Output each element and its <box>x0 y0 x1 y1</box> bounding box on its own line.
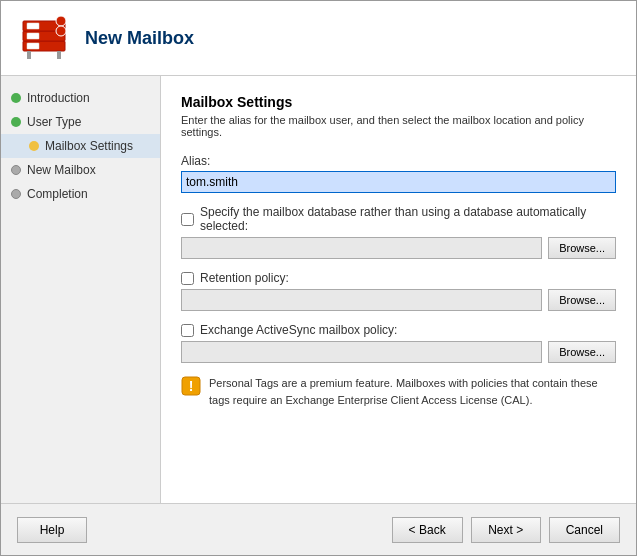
database-input[interactable] <box>181 237 542 259</box>
checkbox-retention-label: Retention policy: <box>200 271 289 285</box>
svg-rect-4 <box>27 33 39 39</box>
activesync-input[interactable] <box>181 341 542 363</box>
checkbox-retention[interactable] <box>181 272 194 285</box>
next-button[interactable]: Next > <box>471 517 541 543</box>
info-message: Personal Tags are a premium feature. Mai… <box>209 375 616 408</box>
checkbox-activesync[interactable] <box>181 324 194 337</box>
footer-right: < Back Next > Cancel <box>392 517 620 543</box>
cancel-button[interactable]: Cancel <box>549 517 620 543</box>
nav-dot-introduction <box>11 93 21 103</box>
warning-icon: ! <box>181 376 201 396</box>
svg-rect-5 <box>27 23 39 29</box>
checkbox-row-1: Specify the mailbox database rather than… <box>181 205 616 233</box>
dialog-window: New Mailbox Introduction User Type Mailb… <box>0 0 637 556</box>
browse-row-1: Browse... <box>181 237 616 259</box>
svg-rect-3 <box>27 43 39 49</box>
section-title: Mailbox Settings <box>181 94 616 110</box>
sidebar-item-user-type[interactable]: User Type <box>1 110 160 134</box>
svg-text:!: ! <box>189 378 194 394</box>
alias-input[interactable] <box>181 171 616 193</box>
sidebar-item-mailbox-settings[interactable]: Mailbox Settings <box>1 134 160 158</box>
dialog-footer: Help < Back Next > Cancel <box>1 503 636 555</box>
checkbox-row-3: Exchange ActiveSync mailbox policy: <box>181 323 616 337</box>
svg-rect-9 <box>57 51 61 59</box>
sidebar-item-completion[interactable]: Completion <box>1 182 160 206</box>
nav-dot-new-mailbox <box>11 165 21 175</box>
nav-label-user-type: User Type <box>27 115 81 129</box>
checkbox-row-2: Retention policy: <box>181 271 616 285</box>
browse-retention-button[interactable]: Browse... <box>548 289 616 311</box>
sidebar-item-new-mailbox[interactable]: New Mailbox <box>1 158 160 182</box>
nav-label-mailbox-settings: Mailbox Settings <box>45 139 133 153</box>
alias-label: Alias: <box>181 154 616 168</box>
browse-row-2: Browse... <box>181 289 616 311</box>
retention-input[interactable] <box>181 289 542 311</box>
nav-label-new-mailbox: New Mailbox <box>27 163 96 177</box>
svg-point-6 <box>56 16 66 26</box>
dialog-title: New Mailbox <box>85 28 194 49</box>
nav-label-completion: Completion <box>27 187 88 201</box>
nav-label-introduction: Introduction <box>27 91 90 105</box>
nav-dot-completion <box>11 189 21 199</box>
footer-left: Help <box>17 517 87 543</box>
svg-point-7 <box>56 26 66 36</box>
section-description: Enter the alias for the mailbox user, an… <box>181 114 616 138</box>
dialog-body: Introduction User Type Mailbox Settings … <box>1 76 636 503</box>
back-button[interactable]: < Back <box>392 517 463 543</box>
nav-dot-mailbox-settings <box>29 141 39 151</box>
nav-dot-user-type <box>11 117 21 127</box>
checkbox-database-label: Specify the mailbox database rather than… <box>200 205 616 233</box>
browse-activesync-button[interactable]: Browse... <box>548 341 616 363</box>
browse-database-button[interactable]: Browse... <box>548 237 616 259</box>
sidebar-item-introduction[interactable]: Introduction <box>1 86 160 110</box>
content-panel: Mailbox Settings Enter the alias for the… <box>161 76 636 503</box>
help-button[interactable]: Help <box>17 517 87 543</box>
nav-panel: Introduction User Type Mailbox Settings … <box>1 76 161 503</box>
info-box: ! Personal Tags are a premium feature. M… <box>181 375 616 408</box>
checkbox-database[interactable] <box>181 213 194 226</box>
browse-row-3: Browse... <box>181 341 616 363</box>
svg-rect-8 <box>27 51 31 59</box>
checkbox-activesync-label: Exchange ActiveSync mailbox policy: <box>200 323 397 337</box>
mailbox-icon <box>17 11 71 65</box>
dialog-header: New Mailbox <box>1 1 636 76</box>
